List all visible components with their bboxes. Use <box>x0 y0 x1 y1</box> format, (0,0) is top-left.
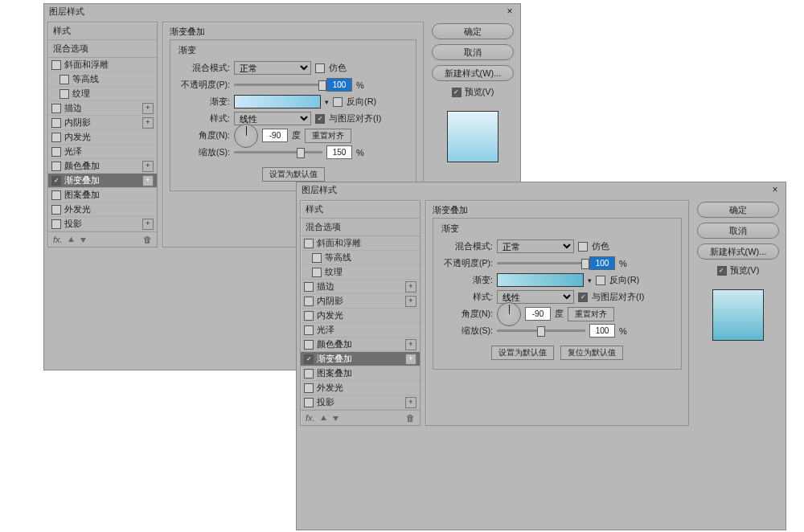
style-checkbox[interactable] <box>304 297 314 306</box>
ok-button[interactable]: 确定 <box>697 202 779 218</box>
realign-button[interactable]: 重置对齐 <box>568 307 614 321</box>
cancel-button[interactable]: 取消 <box>697 223 779 239</box>
restore-default-button[interactable]: 复位为默认值 <box>560 346 623 360</box>
blend-header[interactable]: 混合选项 <box>301 219 420 236</box>
style-item-2[interactable]: 纹理 <box>48 87 157 101</box>
down-icon[interactable] <box>80 236 87 243</box>
scale-slider[interactable] <box>497 329 585 332</box>
style-checkbox[interactable] <box>304 311 314 321</box>
style-checkbox[interactable] <box>304 398 314 407</box>
style-item-4[interactable]: 内阴影+ <box>48 116 157 130</box>
scale-value[interactable]: 100 <box>589 324 615 338</box>
style-checkbox[interactable] <box>51 205 61 215</box>
style-item-3[interactable]: 描边+ <box>48 101 157 116</box>
style-checkbox[interactable] <box>51 133 61 142</box>
style-checkbox[interactable] <box>304 340 314 350</box>
add-icon[interactable]: + <box>405 397 416 408</box>
style-item-4[interactable]: 内阴影+ <box>301 294 420 309</box>
angle-value[interactable]: -90 <box>525 307 551 321</box>
align-checkbox[interactable]: ✓ <box>578 293 588 302</box>
style-item-8[interactable]: ✓渐变叠加+ <box>48 174 157 188</box>
angle-dial[interactable] <box>497 302 521 326</box>
style-checkbox[interactable] <box>51 162 61 171</box>
style-item-1[interactable]: 等高线 <box>301 251 420 265</box>
style-item-5[interactable]: 内发光 <box>48 130 157 145</box>
dither-checkbox[interactable] <box>578 242 588 252</box>
style-checkbox[interactable] <box>312 268 322 277</box>
up-icon[interactable] <box>68 236 75 243</box>
style-checkbox[interactable] <box>304 325 314 335</box>
style-item-1[interactable]: 等高线 <box>48 72 157 87</box>
styles-header[interactable]: 样式 <box>301 201 420 219</box>
style-checkbox[interactable] <box>304 282 314 292</box>
dither-checkbox[interactable] <box>315 63 325 73</box>
opacity-value[interactable]: 100 <box>326 78 352 92</box>
style-checkbox[interactable] <box>51 104 61 113</box>
style-checkbox[interactable] <box>51 190 61 200</box>
style-checkbox[interactable] <box>59 89 69 99</box>
angle-dial[interactable] <box>234 124 258 148</box>
realign-button[interactable]: 重置对齐 <box>305 129 351 143</box>
gradient-swatch[interactable] <box>497 273 584 287</box>
scale-value[interactable]: 150 <box>326 145 352 159</box>
style-item-9[interactable]: 图案叠加 <box>301 366 420 381</box>
new-style-button[interactable]: 新建样式(W)... <box>432 65 514 81</box>
trash-icon[interactable]: 🗑 <box>406 413 415 423</box>
style-item-11[interactable]: 投影+ <box>48 217 157 231</box>
add-icon[interactable]: + <box>142 103 154 114</box>
ok-button[interactable]: 确定 <box>432 23 514 39</box>
up-icon[interactable] <box>320 415 327 422</box>
add-icon[interactable]: + <box>142 175 154 186</box>
style-checkbox[interactable] <box>51 60 61 70</box>
reverse-checkbox[interactable] <box>596 276 605 285</box>
scale-slider[interactable] <box>234 151 322 153</box>
opacity-slider[interactable] <box>497 262 585 264</box>
style-item-6[interactable]: 光泽 <box>48 145 157 159</box>
styles-header[interactable]: 样式 <box>48 23 157 40</box>
set-default-button[interactable]: 设置为默认值 <box>262 167 325 182</box>
preview-checkbox[interactable]: ✓ <box>452 88 461 97</box>
trash-icon[interactable]: 🗑 <box>143 235 152 244</box>
preview-checkbox[interactable]: ✓ <box>717 266 727 276</box>
add-icon[interactable]: + <box>405 281 416 293</box>
add-icon[interactable]: + <box>405 339 416 350</box>
blend-header[interactable]: 混合选项 <box>48 40 157 58</box>
style-item-7[interactable]: 颜色叠加+ <box>301 338 420 352</box>
style-item-3[interactable]: 描边+ <box>301 280 420 294</box>
style-item-11[interactable]: 投影+ <box>301 395 420 410</box>
opacity-value[interactable]: 100 <box>589 256 615 270</box>
close-icon[interactable]: × <box>769 184 781 195</box>
angle-value[interactable]: -90 <box>262 129 288 142</box>
style-item-7[interactable]: 颜色叠加+ <box>48 159 157 174</box>
style-checkbox[interactable] <box>304 383 314 393</box>
reverse-checkbox[interactable] <box>333 97 343 107</box>
set-default-button[interactable]: 设置为默认值 <box>491 346 554 360</box>
style-checkbox[interactable] <box>312 253 322 263</box>
style-checkbox[interactable] <box>51 147 61 157</box>
style-item-0[interactable]: 斜面和浮雕 <box>301 236 420 251</box>
close-icon[interactable]: × <box>504 6 515 17</box>
align-checkbox[interactable]: ✓ <box>315 114 325 124</box>
down-icon[interactable] <box>332 415 339 422</box>
gradient-swatch[interactable] <box>234 95 321 108</box>
style-item-6[interactable]: 光泽 <box>301 323 420 338</box>
add-icon[interactable]: + <box>142 117 154 129</box>
style-checkbox[interactable]: ✓ <box>51 176 61 186</box>
style-item-0[interactable]: 斜面和浮雕 <box>48 58 157 72</box>
style-checkbox[interactable] <box>304 369 314 379</box>
fx-label[interactable]: fx. <box>53 235 63 244</box>
style-item-10[interactable]: 外发光 <box>48 203 157 217</box>
style-item-5[interactable]: 内发光 <box>301 309 420 323</box>
style-item-10[interactable]: 外发光 <box>301 381 420 395</box>
style-checkbox[interactable] <box>51 118 61 128</box>
style-checkbox[interactable] <box>51 219 61 229</box>
blend-select[interactable]: 正常 <box>497 239 574 253</box>
add-icon[interactable]: + <box>405 354 416 365</box>
style-checkbox[interactable] <box>59 75 69 84</box>
style-item-2[interactable]: 纹理 <box>301 265 420 280</box>
add-icon[interactable]: + <box>142 219 154 230</box>
new-style-button[interactable]: 新建样式(W)... <box>697 243 779 260</box>
style-item-8[interactable]: ✓渐变叠加+ <box>301 352 420 366</box>
style-item-9[interactable]: 图案叠加 <box>48 188 157 203</box>
opacity-slider[interactable] <box>234 84 322 86</box>
